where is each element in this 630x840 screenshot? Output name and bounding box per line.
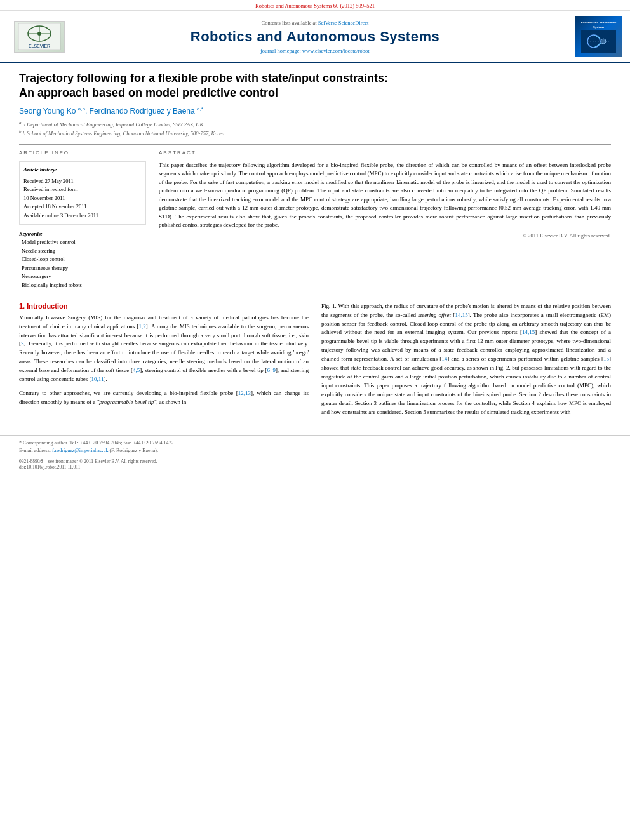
main-content: Trajectory following for a flexible prob… [0,63,630,429]
article-meta-row: ARTICLE INFO Article history: Received 2… [19,150,611,290]
keyword-3: Closed-loop control [19,255,146,264]
article-history-block: Article history: Received 27 May 2011 Re… [19,161,146,225]
keywords-title: Keywords: [19,230,146,239]
copyright-notice: © 2011 Elsevier B.V. All rights reserved… [159,232,611,239]
body-right-column: Fig. 1. With this approach, the radius o… [321,302,611,422]
authors-line: Seong Young Ko a,b, Ferdinando Rodriguez… [19,106,611,116]
available-date: Available online 3 December 2011 [23,211,142,220]
article-title: Trajectory following for a flexible prob… [19,71,611,101]
body-paragraph-2: Contrary to other approaches, we are cur… [19,389,309,407]
cite-3[interactable]: 3 [21,340,24,347]
body-left-column: 1. Introduction Minimally Invasive Surge… [19,302,309,422]
cite-12-13[interactable]: 12,13 [238,390,251,396]
journal-citation: Robotics and Autonomous Systems 60 (2012… [255,3,375,9]
journal-header-left: ELSEVIER [8,21,71,53]
abstract-text: This paper describes the trajectory foll… [159,161,611,230]
keywords-block: Keywords: Model predictive control Needl… [19,230,146,290]
sciverse-link[interactable]: SciVerse ScienceDirect [318,20,369,26]
cite-14-15a[interactable]: 14,15 [455,312,467,318]
received-date: Received 27 May 2011 [23,177,142,186]
history-title: Article history: [23,166,142,175]
elsevier-logo: ELSEVIER [8,21,71,53]
revised-date: 10 November 2011 [23,194,142,203]
page-footer: * Corresponding author. Tel.: +44 0 20 7… [0,435,630,474]
journal-homepage: journal homepage: www.elsevier.com/locat… [71,48,559,54]
keyword-5: Neurosurgery [19,272,146,281]
cite-6-9[interactable]: 6–9 [267,367,276,373]
keyword-1: Model predictive control [19,238,146,247]
keyword-2: Needle steering [19,247,146,256]
abstract-column: ABSTRACT This paper describes the trajec… [159,150,611,290]
contents-available: Contents lists available at SciVerse Sci… [71,20,559,26]
abstract-label: ABSTRACT [159,150,611,157]
author-2: Ferdinando Rodriguez y Baena a,* [90,107,203,116]
cite-14b[interactable]: 14 [441,356,447,362]
article-info-label: ARTICLE INFO [19,150,146,157]
elsevier-logo-image: ELSEVIER [14,21,65,53]
author-1: Seong Young Ko a,b [19,107,85,116]
body-two-column: 1. Introduction Minimally Invasive Surge… [19,302,611,422]
section-1-heading: 1. Introduction [19,302,309,310]
journal-thumbnail: Robotics and Autonomous Systems [575,16,622,57]
cite-1-2[interactable]: 1,2 [139,323,146,330]
footer-star-note: * Corresponding author. Tel.: +44 0 20 7… [19,439,611,455]
keyword-4: Percutaneous therapy [19,264,146,273]
top-banner: Robotics and Autonomous Systems 60 (2012… [0,0,630,11]
divider-1 [19,144,611,145]
affiliation-b: b b School of Mechanical Systems Enginee… [19,128,611,138]
footer-email[interactable]: f.rodriguez@imperial.ac.uk [52,448,108,453]
cite-10-11[interactable]: 10,11 [91,376,104,382]
svg-text:ELSEVIER: ELSEVIER [29,44,50,48]
affiliations: a a Department of Mechanical Engineering… [19,119,611,138]
divider-2 [19,297,611,297]
body-right-paragraph-1: Fig. 1. With this approach, the radius o… [321,302,611,417]
affiliation-a: a a Department of Mechanical Engineering… [19,119,611,129]
journal-title: Robotics and Autonomous Systems [71,29,559,45]
cite-4-5[interactable]: 4,5 [133,367,140,373]
journal-header-center: Contents lists available at SciVerse Sci… [71,20,559,54]
article-info-column: ARTICLE INFO Article history: Received 2… [19,150,146,290]
svg-point-4 [37,32,41,36]
body-paragraph-1: Minimally Invasive Surgery (MIS) for the… [19,314,309,385]
cite-15b[interactable]: 15 [603,356,609,362]
svg-rect-6 [581,30,616,53]
journal-header: ELSEVIER Contents lists available at Sci… [0,11,630,63]
homepage-url[interactable]: www.elsevier.com/locate/robot [302,48,370,54]
keyword-6: Biologically inspired robots [19,281,146,290]
accepted-date: Accepted 18 November 2011 [23,203,142,211]
svg-point-9 [601,39,606,44]
journal-header-right: Robotics and Autonomous Systems [559,16,622,57]
footer-issn: 0921-8890/$ – see front matter © 2011 El… [19,458,611,470]
received-revised-label: Received in revised form [23,185,142,194]
cite-14-15b[interactable]: 14,15 [522,329,535,335]
